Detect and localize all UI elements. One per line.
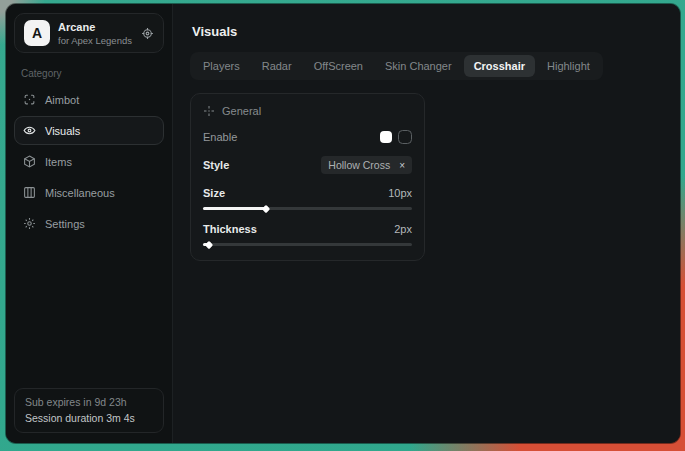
remove-style-icon[interactable]: × (399, 160, 405, 171)
gear-icon (23, 217, 36, 230)
scan-icon (23, 93, 36, 106)
size-slider-fill (203, 207, 266, 210)
sidebar-item-label: Items (45, 156, 72, 168)
app-logo: A (24, 20, 50, 46)
thickness-slider-fill (203, 243, 209, 246)
thickness-slider[interactable] (203, 243, 412, 246)
app-header-text: Arcane for Apex Legends (58, 21, 132, 46)
app-subtitle: for Apex Legends (58, 35, 132, 46)
enable-row: Enable (203, 130, 412, 144)
subscription-info-card: Sub expires in 9d 23h Session duration 3… (14, 388, 164, 433)
style-value: Hollow Cross (328, 159, 390, 171)
color-swatch[interactable] (380, 131, 392, 143)
sidebar-item-miscellaneous[interactable]: Miscellaneous (14, 178, 164, 207)
sub-expires-text: Sub expires in 9d 23h (25, 396, 153, 408)
sidebar-item-label: Miscellaneous (45, 187, 115, 199)
thickness-label: Thickness (203, 223, 257, 235)
sidebar-item-label: Settings (45, 218, 85, 230)
columns-icon (23, 186, 36, 199)
target-icon[interactable] (141, 27, 154, 40)
sidebar-nav: Aimbot Visuals Items (14, 84, 164, 239)
eye-icon (23, 124, 36, 137)
page-title: Visuals (192, 24, 663, 39)
sidebar-item-settings[interactable]: Settings (14, 209, 164, 238)
panel-title: General (222, 105, 261, 117)
app-title: Arcane (58, 21, 132, 33)
tab-players[interactable]: Players (193, 55, 250, 77)
tab-skin-changer[interactable]: Skin Changer (375, 55, 462, 77)
visuals-tabbar: Players Radar OffScreen Skin Changer Cro… (190, 52, 603, 80)
sidebar-item-label: Aimbot (45, 94, 79, 106)
thickness-row: Thickness 2px (203, 223, 412, 235)
sidebar-item-items[interactable]: Items (14, 147, 164, 176)
enable-controls (380, 130, 412, 144)
sidebar-item-aimbot[interactable]: Aimbot (14, 85, 164, 114)
style-row: Style Hollow Cross × (203, 156, 412, 174)
sidebar-item-label: Visuals (45, 125, 80, 137)
app-header-card: A Arcane for Apex Legends (14, 13, 164, 53)
size-slider-thumb[interactable] (261, 204, 269, 212)
box-icon (23, 155, 36, 168)
size-label: Size (203, 187, 225, 199)
thickness-slider-thumb[interactable] (205, 240, 213, 248)
tab-crosshair[interactable]: Crosshair (464, 55, 535, 77)
enable-checkbox[interactable] (398, 130, 412, 144)
tab-highlight[interactable]: Highlight (537, 55, 600, 77)
tab-offscreen[interactable]: OffScreen (304, 55, 373, 77)
size-slider[interactable] (203, 207, 412, 210)
panel-header: General (203, 105, 412, 117)
sidebar-item-visuals[interactable]: Visuals (14, 116, 164, 145)
general-panel: General Enable Style Hollow Cross × Size… (190, 93, 425, 261)
tab-radar[interactable]: Radar (252, 55, 302, 77)
main-content: Visuals Players Radar OffScreen Skin Cha… (173, 4, 680, 443)
crosshair-icon (203, 105, 215, 117)
style-value-tag[interactable]: Hollow Cross × (321, 156, 412, 174)
thickness-value: 2px (394, 223, 412, 235)
enable-label: Enable (203, 131, 237, 143)
style-label: Style (203, 159, 229, 171)
sidebar: A Arcane for Apex Legends Category (6, 4, 173, 443)
size-row: Size 10px (203, 187, 412, 199)
app-window: A Arcane for Apex Legends Category (6, 4, 680, 443)
session-duration-text: Session duration 3m 4s (25, 412, 153, 424)
category-label: Category (21, 68, 157, 79)
size-value: 10px (388, 187, 412, 199)
